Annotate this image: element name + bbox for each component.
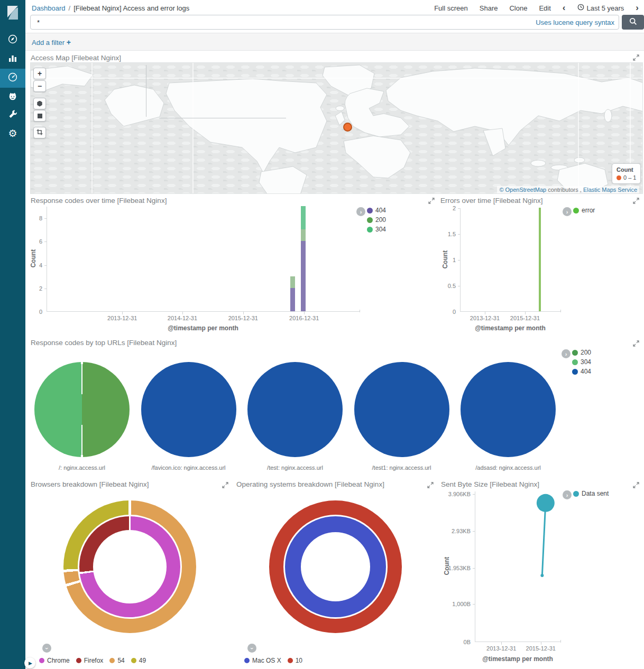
pie-label: /favicon.ico: nginx.access.url: [131, 464, 247, 471]
map-polygon-tool-button[interactable]: [33, 98, 46, 109]
legend-item-200[interactable]: 200: [367, 216, 386, 224]
expand-icon[interactable]: [633, 197, 639, 206]
legend-item-304[interactable]: 304: [367, 226, 386, 233]
data-sent-line-chart[interactable]: [475, 491, 561, 642]
legend-swatch: [131, 658, 136, 663]
bar-segment-error[interactable]: [539, 208, 541, 311]
legend-item-54[interactable]: 54: [109, 657, 124, 664]
bar-segment-200[interactable]: [290, 276, 295, 288]
sidebar-item-dashboard[interactable]: [0, 69, 25, 88]
search-button[interactable]: [622, 15, 644, 30]
x-axis-end-mark: [560, 310, 561, 312]
bar-segment-200[interactable]: [301, 229, 306, 241]
plus-icon: +: [67, 38, 71, 47]
legend-item-200[interactable]: 200: [572, 349, 591, 356]
legend-item-chrome[interactable]: Chrome: [39, 657, 70, 664]
panel-title-top-urls[interactable]: Response codes by top URLs [Filebeat Ngi…: [31, 339, 177, 347]
breadcrumb-dashboard-link[interactable]: Dashboard: [32, 4, 66, 12]
sidebar-collapse-button[interactable]: ▶: [24, 657, 35, 668]
legend-item-404[interactable]: 404: [367, 207, 386, 214]
pie-chart-1[interactable]: [141, 362, 236, 457]
panel-title-browsers[interactable]: Browsers breakdown [Filebeat Nginx]: [31, 480, 149, 488]
panel-title-os[interactable]: Operating systems breakdown [Filebeat Ng…: [236, 480, 384, 488]
sidebar-item-discover[interactable]: [0, 31, 25, 50]
x-tick-label: 2015-12-31: [217, 315, 270, 321]
ems-link[interactable]: Elastic Maps Service: [583, 187, 637, 193]
expand-icon[interactable]: [633, 53, 639, 63]
expand-icon[interactable]: [222, 481, 228, 490]
expand-icon[interactable]: [633, 339, 639, 349]
search-input[interactable]: [30, 15, 619, 30]
legend-toggle-icon[interactable]: ›: [562, 349, 571, 358]
pie-chart-2[interactable]: [247, 362, 343, 457]
sidebar-item-management[interactable]: ⚙: [0, 124, 25, 143]
time-picker-label: Last 5 years: [587, 4, 624, 12]
map-point-marker[interactable]: [343, 123, 352, 132]
edit-button[interactable]: Edit: [539, 4, 550, 12]
legend-toggle-icon[interactable]: ›: [563, 207, 572, 216]
legend-item-firefox[interactable]: Firefox: [76, 657, 104, 664]
clone-button[interactable]: Clone: [509, 4, 527, 12]
legend-swatch: [109, 658, 115, 663]
kibana-logo[interactable]: [0, 0, 25, 25]
time-forward-button[interactable]: ›: [636, 5, 639, 11]
expand-icon[interactable]: [427, 481, 434, 490]
lucene-syntax-link[interactable]: Uses lucene query syntax: [536, 18, 614, 26]
dashboard-actions: Full screen Share Clone Edit ‹ Last 5 ye…: [434, 4, 639, 12]
legend-swatch: [572, 350, 578, 356]
osm-link[interactable]: © OpenStreetMap: [499, 187, 546, 193]
map-zoom-in-button[interactable]: +: [33, 68, 46, 79]
legend-item-10[interactable]: 10: [288, 657, 302, 664]
legend-swatch: [572, 369, 578, 375]
bar-segment-304[interactable]: [301, 206, 306, 229]
pie-chart-4[interactable]: [461, 362, 556, 457]
legend-toggle-icon[interactable]: ›: [356, 207, 365, 216]
legend-item-304[interactable]: 304: [572, 358, 591, 366]
sidebar-item-timelion[interactable]: [0, 88, 25, 107]
legend-item-404[interactable]: 404: [572, 368, 591, 375]
legend-item-error[interactable]: error: [573, 207, 595, 214]
map-zoom-out-button[interactable]: −: [33, 80, 46, 92]
panel-title-response-codes[interactable]: Response codes over time [Filebeat Nginx…: [31, 197, 167, 205]
pie-chart-0[interactable]: [34, 362, 130, 457]
legend-toggle-icon[interactable]: ›: [563, 490, 572, 499]
panel-title-access-map[interactable]: Access Map [Filebeat Nginx]: [31, 54, 121, 62]
map-crop-tool-button[interactable]: [33, 127, 46, 138]
kibana-dashboard-app: ⚙ ▶ Dashboard/[Filebeat Nginx] Access an…: [0, 0, 644, 669]
y-tick-label: 1,000B: [438, 601, 471, 607]
bar-segment-404[interactable]: [301, 241, 306, 311]
world-map[interactable]: [30, 62, 643, 194]
legend-collapse-icon[interactable]: ›: [42, 644, 51, 653]
y-tick-mark: [473, 568, 475, 569]
legend-label: 49: [139, 657, 146, 664]
pie-chart-3[interactable]: [354, 362, 449, 457]
bar-segment-404[interactable]: [290, 288, 295, 311]
share-button[interactable]: Share: [480, 4, 498, 12]
pie-label: /adsasd: nginx.access.url: [450, 464, 566, 471]
wrench-icon: [7, 109, 18, 122]
y-tick-label: 1.5: [423, 231, 456, 237]
data-sent-bubble[interactable]: [537, 494, 555, 512]
crop-icon: [36, 128, 43, 137]
x-tick-label: 2014-12-31: [156, 315, 209, 321]
sidebar-item-visualize[interactable]: [0, 50, 25, 69]
legend-item-49[interactable]: 49: [131, 657, 146, 664]
sidebar-item-dev-tools[interactable]: [0, 106, 25, 125]
os-donut-hole: [301, 532, 370, 601]
legend-label: Data sent: [582, 490, 609, 497]
y-tick-mark: [473, 494, 475, 495]
legend-collapse-icon[interactable]: ›: [247, 644, 256, 653]
full-screen-button[interactable]: Full screen: [434, 4, 468, 12]
map-legend: Count 0 – 1: [612, 163, 641, 184]
panel-title-sent-bytes[interactable]: Sent Byte Size [Filebeat Nginx]: [441, 480, 539, 488]
data-sent-point[interactable]: [540, 574, 544, 577]
legend-item-data-sent[interactable]: Data sent: [573, 490, 609, 497]
map-rectangle-tool-button[interactable]: [33, 110, 46, 122]
time-back-button[interactable]: ‹: [563, 5, 566, 11]
add-filter-button[interactable]: Add a filter +: [32, 38, 71, 47]
legend-item-mac-os-x[interactable]: Mac OS X: [244, 657, 281, 664]
legend-swatch: [76, 658, 81, 663]
expand-icon[interactable]: [633, 481, 639, 490]
time-picker-button[interactable]: Last 5 years: [577, 4, 624, 12]
panel-title-errors[interactable]: Errors over time [Filebeat Nginx]: [440, 197, 543, 205]
